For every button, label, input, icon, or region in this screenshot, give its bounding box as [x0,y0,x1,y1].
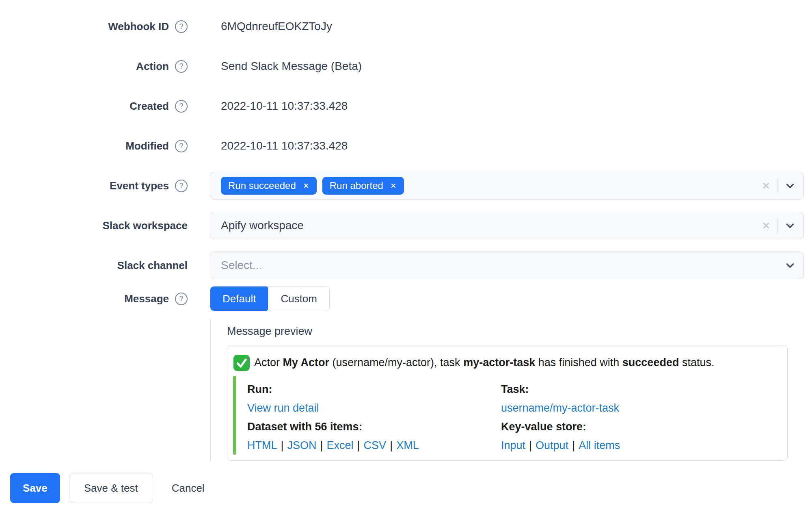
slack-channel-select[interactable]: Select... [210,252,804,279]
chevron-down-icon[interactable] [785,220,795,231]
link-separator: | [281,439,284,452]
message-preview-card: Actor My Actor (username/my-actor), task… [227,345,788,461]
task-heading: Task: [501,380,777,399]
event-types-label-cell: Event types ? [0,180,188,192]
attachment-column-right: Task: username/my-actor-task Key-value s… [501,380,777,455]
message-mode-toggle: Default Custom [210,286,330,311]
message-mode-default-button[interactable]: Default [210,286,268,311]
link-separator: | [529,439,532,452]
slack-workspace-control-cell: Apify workspace [210,212,804,239]
help-icon[interactable]: ? [175,100,188,113]
chevron-down-icon[interactable] [785,180,795,191]
help-icon[interactable]: ? [175,293,188,305]
slack-channel-label-cell: Slack channel [0,259,188,272]
modified-value: 2022-10-11 10:37:33.428 [210,139,348,152]
event-type-tag: Run succeeded [221,177,317,195]
slack-channel-control-cell: Select... [210,252,804,279]
slack-workspace-value: Apify workspace [221,219,304,232]
clear-select-icon[interactable] [762,181,771,190]
webhook-id-value: 6MQdnreufEOKZToJy [210,20,332,33]
remove-tag-icon[interactable] [390,182,397,189]
action-value: Send Slack Message (Beta) [210,60,362,73]
message-control-cell: Default Custom [210,286,804,311]
slack-channel-label: Slack channel [117,259,188,272]
clear-select-icon[interactable] [762,221,771,230]
webhook-id-label-cell: Webhook ID ? [0,20,188,33]
help-icon[interactable]: ? [175,60,188,73]
event-type-tag: Run aborted [322,177,404,195]
preview-title-segment: Actor [254,356,283,369]
webhook-id-value-cell: 6MQdnreufEOKZToJy [210,20,804,33]
help-icon[interactable]: ? [175,20,188,33]
cancel-button[interactable]: Cancel [172,473,205,503]
save-and-test-button[interactable]: Save & test [69,473,153,503]
message-preview-section: Message preview Actor My Actor (username… [210,319,789,461]
preview-title-text: Actor My Actor (username/my-actor), task… [254,356,714,370]
select-divider [777,218,778,233]
attachment-column-left: Run: View run detail Dataset with 56 ite… [247,380,501,455]
help-icon[interactable]: ? [175,140,188,152]
message-label-cell: Message ? [0,286,188,311]
preview-link[interactable]: View run detail [247,402,319,414]
preview-title-row: Actor My Actor (username/my-actor), task… [233,354,777,371]
slack-workspace-label: Slack workspace [102,219,188,232]
preview-link[interactable]: Excel [327,439,354,452]
row-slack-channel: Slack channel Select... [0,245,812,285]
created-value: 2022-10-11 10:37:33.428 [210,100,348,113]
created-value-cell: 2022-10-11 10:37:33.428 [210,100,804,113]
event-types-label: Event types [110,180,169,192]
action-value-cell: Send Slack Message (Beta) [210,60,804,73]
preview-link[interactable]: Input [501,439,525,452]
link-separator: | [572,439,575,452]
preview-link[interactable]: XML [396,439,419,452]
tag-label: Run succeeded [228,180,296,191]
row-created: Created ? 2022-10-11 10:37:33.428 [0,86,812,126]
modified-value-cell: 2022-10-11 10:37:33.428 [210,139,804,152]
preview-title-segment: has finished with [535,356,622,369]
modified-label: Modified [125,140,169,152]
webhook-settings-page: Webhook ID ? 6MQdnreufEOKZToJy Action ? … [0,0,812,503]
slack-channel-placeholder: Select... [221,259,262,272]
select-divider [777,178,778,193]
modified-label-cell: Modified ? [0,140,188,152]
preview-link[interactable]: All items [579,439,620,452]
remove-tag-icon[interactable] [303,182,309,189]
tag-label: Run aborted [330,180,383,191]
link-separator: | [320,439,323,452]
action-label-cell: Action ? [0,60,188,73]
actions-bar: Save Save & test Cancel [0,473,812,503]
dataset-links: HTML|JSON|Excel|CSV|XML [247,436,501,455]
row-action: Action ? Send Slack Message (Beta) [0,46,812,86]
slack-workspace-select[interactable]: Apify workspace [210,212,804,239]
preview-link[interactable]: Output [536,439,568,452]
preview-link[interactable]: JSON [287,439,317,452]
slack-channel-select-controls [785,260,795,271]
slack-workspace-label-cell: Slack workspace [0,219,188,232]
event-types-select-controls [762,178,796,193]
help-icon[interactable]: ? [175,180,188,192]
event-types-control-cell: Run succeeded Run aborted [210,172,804,200]
dataset-heading: Dataset with 56 items: [247,417,501,436]
white-check-mark-icon [233,354,250,371]
preview-link[interactable]: username/my-actor-task [501,402,619,414]
event-types-select[interactable]: Run succeeded Run aborted [210,172,804,200]
preview-link[interactable]: HTML [247,439,277,452]
attachment-fields: Run: View run detail Dataset with 56 ite… [247,376,777,455]
row-webhook-id: Webhook ID ? 6MQdnreufEOKZToJy [0,7,812,46]
attachment-color-bar [233,376,236,455]
row-modified: Modified ? 2022-10-11 10:37:33.428 [0,126,812,166]
row-slack-workspace: Slack workspace Apify workspace [0,206,812,245]
slack-attachment: Run: View run detail Dataset with 56 ite… [233,376,777,455]
webhook-id-label: Webhook ID [108,20,169,33]
kv-store-links: Input|Output|All items [501,436,777,455]
link-separator: | [357,439,360,452]
row-message: Message ? Default Custom [0,285,812,319]
action-label: Action [136,60,169,73]
preview-title-segment: (username/my-actor), task [329,356,463,369]
message-mode-custom-button[interactable]: Custom [268,286,329,311]
slack-workspace-select-controls [762,218,796,233]
chevron-down-icon[interactable] [785,260,795,271]
preview-link[interactable]: CSV [364,439,387,452]
save-button[interactable]: Save [10,473,60,503]
message-label: Message [124,293,169,305]
